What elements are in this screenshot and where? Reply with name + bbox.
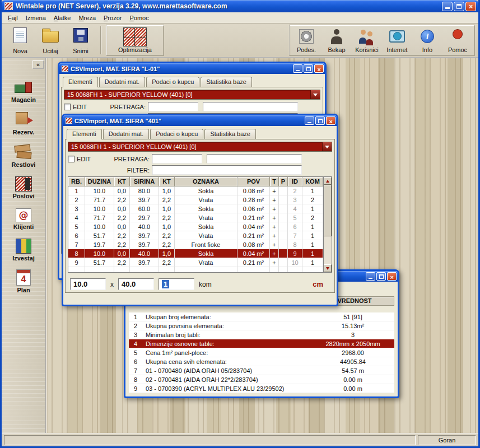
menu-pomoc[interactable]: Pomoc	[125, 13, 152, 22]
menu-fajl[interactable]: Fajl	[4, 13, 22, 22]
scroll-up-icon[interactable]	[324, 177, 332, 185]
element-row-4[interactable]: 471.72,229.72,2Vrata0.21 m²+52	[68, 213, 323, 222]
element-row-10[interactable]	[68, 267, 323, 272]
close-icon[interactable]	[465, 2, 476, 11]
help-button[interactable]: Pomoc	[442, 26, 473, 55]
col-header-sirina[interactable]: SIRINA	[130, 177, 159, 186]
tab-statistika-baze[interactable]: Statistika baze	[204, 129, 256, 139]
tab-statistika-baze[interactable]: Statistika baze	[201, 77, 252, 87]
filter-input[interactable]	[152, 165, 302, 175]
l01-titlebar[interactable]: CSVImport, MAT. SIFRA "L-01"	[59, 63, 325, 74]
tab-elementi[interactable]: Elementi	[63, 77, 98, 87]
minimize-icon[interactable]	[293, 64, 302, 73]
pretraga-input[interactable]	[148, 102, 198, 111]
menu-izmena[interactable]: Izmena	[22, 13, 50, 22]
stats-row-3[interactable]: 3Minimalan broj tabli:3	[129, 330, 394, 339]
minimize-icon[interactable]	[366, 272, 375, 281]
element-row-6[interactable]: 651.72,239.72,2Vrata0.21 m²+71	[68, 231, 323, 240]
tab-elementi[interactable]: Elementi	[67, 129, 102, 139]
element-row-1[interactable]: 110.00,080.01,0Sokla0.08 m²+21	[68, 186, 323, 195]
pretraga-input[interactable]	[152, 154, 202, 164]
edit-checkbox[interactable]	[68, 156, 74, 162]
scrollbar-track[interactable]	[324, 236, 332, 264]
401-titlebar[interactable]: CSVImport, MAT. SIFRA "401"	[63, 115, 337, 126]
element-row-7[interactable]: 719.72,239.72,2Front fioke0.08 m²+81	[68, 240, 323, 249]
backup-button[interactable]: Bekap	[321, 26, 352, 55]
col-header-oznaka[interactable]: OZNAKA	[175, 177, 237, 186]
pretraga-secondary-input[interactable]	[207, 154, 302, 164]
sidebar-item-magacin[interactable]: Magacin	[3, 77, 44, 103]
stats-row-9[interactable]: 903 - 0700390 (ACRYL MULTIPLEX ALU 23/29…	[129, 384, 394, 393]
stats-row-7[interactable]: 701 - 0700480 (AIDA ORAH 05/283704)54.57…	[129, 366, 394, 375]
col-header-t[interactable]: T	[270, 177, 279, 186]
tab-dodatni-mat[interactable]: Dodatni mat.	[99, 77, 145, 87]
element-row-8[interactable]: 810.00,040.01,0Sokla0.04 m²+91	[68, 249, 323, 258]
sidebar-item-plan[interactable]: Plan	[3, 268, 44, 293]
sidebar-item-klijenti[interactable]: Klijenti	[3, 206, 44, 230]
sidebar-item-restlovi[interactable]: Restlovi	[3, 142, 44, 168]
edit-checkbox[interactable]	[64, 104, 71, 110]
col-header-kt[interactable]: KT	[114, 177, 130, 186]
settings-button[interactable]: Podes.	[291, 26, 321, 55]
stats-row-4[interactable]: 4Dimenzije osnovne table:2820mm x 2050mm	[129, 339, 394, 348]
quantity-input[interactable]: 1	[159, 278, 194, 290]
col-header-rb[interactable]: RB.	[68, 177, 85, 186]
l01-tabs: Elementi Dodatni mat. Podaci o kupcu Sta…	[61, 75, 323, 87]
sidebar-item-izvestaj[interactable]: Izvestaj	[3, 237, 44, 262]
col-header-kt[interactable]: KT	[159, 177, 175, 186]
tab-dodatni-mat[interactable]: Dodatni mat.	[103, 129, 149, 139]
minimize-icon[interactable]	[442, 2, 453, 11]
scroll-down-icon[interactable]	[324, 264, 332, 272]
vertical-scrollbar[interactable]	[323, 177, 332, 272]
sidebar-item-rezerv[interactable]: Rezerv.	[3, 110, 44, 136]
material-combobox[interactable]: 15 0068FH 1 - SUPERIOR YELLOW (401) [0]	[68, 142, 332, 152]
stats-row-5[interactable]: 5Cena 1m² panel-ploce:2968.00	[129, 348, 394, 357]
maximize-icon[interactable]	[304, 64, 313, 73]
new-button[interactable]: Nova	[5, 25, 35, 56]
material-combobox[interactable]: 15 0068FH 1 - SUPERIOR YELLOW (401) [0]	[64, 90, 320, 100]
height-input[interactable]: 40.0	[118, 278, 154, 290]
sidebar-collapse-button[interactable]: «	[32, 60, 44, 69]
pretraga-secondary-input[interactable]	[203, 102, 298, 111]
close-icon[interactable]	[387, 272, 397, 281]
element-row-5[interactable]: 510.00,040.01,0Sokla0.04 m²+61	[68, 222, 323, 231]
col-header-p[interactable]: P	[279, 177, 288, 186]
element-row-3[interactable]: 310.00,060.01,0Sokla0.06 m²+41	[68, 204, 323, 213]
stats-row-1[interactable]: 1Ukupan broj elemenata:51 [91]	[129, 312, 394, 321]
maximize-icon[interactable]	[315, 116, 325, 125]
stats-row-8[interactable]: 802 - 0700481 (AIDA ORAH 22*2/283704)0.0…	[129, 375, 394, 384]
scrollbar-thumb[interactable]	[324, 185, 332, 236]
info-button[interactable]: Info	[412, 26, 442, 55]
width-input[interactable]: 10.0	[70, 278, 106, 290]
stats-row-2[interactable]: 2Ukupna povrsina elemenata:15.13m²	[129, 321, 394, 330]
optimization-button[interactable]: Optimizacija	[108, 26, 162, 55]
stats-row-6[interactable]: 6Ukupna cena svih elemenata:44905.84	[129, 357, 394, 366]
save-button[interactable]: Snimi	[66, 25, 96, 56]
element-row-2[interactable]: 271.72,239.72,2Vrata0.28 m²+32	[68, 195, 323, 204]
open-button[interactable]: Ucitaj	[35, 25, 66, 56]
tab-podaci-o-kupcu[interactable]: Podaci o kupcu	[150, 129, 203, 139]
maximize-icon[interactable]	[454, 2, 464, 11]
col-header-id[interactable]: ID	[288, 177, 302, 186]
main-titlebar[interactable]: Wintable pro (NET Server), verzija 3.29,…	[2, 0, 478, 12]
menu-mreza[interactable]: Mreza	[74, 13, 100, 22]
col-header-kom[interactable]: KOM	[302, 177, 323, 186]
l01-search-row: EDIT PRETRAGA:	[64, 102, 320, 111]
minimize-icon[interactable]	[305, 116, 314, 125]
internet-button[interactable]: Internet	[382, 26, 412, 55]
menu-alatke[interactable]: Alatke	[50, 13, 75, 22]
col-header-duzina[interactable]: DUZINA	[85, 177, 114, 186]
users-button[interactable]: Korisnici	[352, 26, 382, 55]
menu-prozor[interactable]: Prozor	[100, 13, 125, 22]
maximize-icon[interactable]	[376, 272, 386, 281]
col-header-pov[interactable]: POV	[237, 177, 270, 186]
sidebar-item-label: Rezerv.	[13, 129, 34, 136]
element-row-9[interactable]: 951.72,239.72,2Vrata0.21 m²+101	[68, 258, 323, 267]
combo-dropdown-icon[interactable]	[310, 90, 320, 99]
close-icon[interactable]	[326, 116, 335, 125]
tab-podaci-o-kupcu[interactable]: Podaci o kupcu	[146, 77, 199, 87]
window-csvimport-401[interactable]: CSVImport, MAT. SIFRA "401" Elementi Dod…	[62, 114, 338, 306]
close-icon[interactable]	[314, 64, 324, 73]
sidebar-item-poslovi[interactable]: Poslovi	[3, 175, 44, 199]
combo-dropdown-icon[interactable]	[322, 142, 332, 151]
